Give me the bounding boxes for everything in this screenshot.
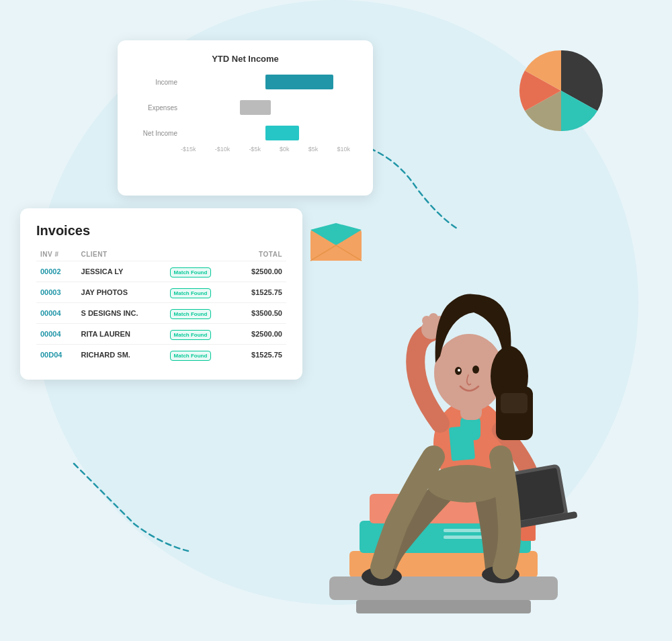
chart-title: YTD Net Income <box>134 54 357 64</box>
ytd-chart-card: YTD Net Income Income Expenses Net Incom… <box>118 40 373 196</box>
inv-client-0: JESSICA LY <box>77 261 166 282</box>
inv-badge-cell-3: Match Found <box>166 324 234 345</box>
envelope-container <box>309 222 363 262</box>
seated-area <box>427 465 507 503</box>
income-bar <box>265 75 333 89</box>
inv-badge-3: Match Found <box>170 330 212 340</box>
inv-total-0: $2500.00 <box>233 261 286 282</box>
inv-badge-1: Match Found <box>170 288 212 298</box>
table-row: 00004 RITA LAUREN Match Found $2500.00 <box>36 324 286 345</box>
col-client: CLIENT <box>77 248 166 261</box>
net-income-bar-row: Net Income <box>181 126 350 140</box>
pie-chart-container <box>517 47 605 134</box>
invoices-title: Invoices <box>36 223 286 239</box>
table-header-row: INV # CLIENT TOTAL <box>36 248 286 261</box>
net-income-track <box>181 126 350 140</box>
x-label-1: -$10k <box>215 146 230 153</box>
inv-number-2: 00004 <box>36 303 77 324</box>
col-total: TOTAL <box>233 248 286 261</box>
green-folder <box>449 425 475 461</box>
right-eye <box>472 366 479 374</box>
chart-bars: Income Expenses Net Income <box>134 75 357 140</box>
income-track <box>181 75 350 89</box>
inv-client-4: RICHARD SM. <box>77 345 166 366</box>
expenses-label: Expenses <box>134 104 177 112</box>
inv-total-3: $2500.00 <box>233 324 286 345</box>
col-inv-num: INV # <box>36 248 77 261</box>
invoice-table: INV # CLIENT TOTAL 00002 JESSICA LY Matc… <box>36 248 286 365</box>
inv-badge-0: Match Found <box>170 267 212 277</box>
dashed-line-2 <box>67 457 202 558</box>
net-income-label: Net Income <box>134 130 177 137</box>
inv-number-3: 00004 <box>36 324 77 345</box>
x-label-3: $0k <box>280 146 290 153</box>
col-badge <box>166 248 234 261</box>
inv-client-2: S DESIGNS INC. <box>77 303 166 324</box>
left-eye-white <box>458 369 460 372</box>
x-label-4: $5k <box>308 146 319 153</box>
inv-badge-cell-1: Match Found <box>166 282 234 303</box>
income-bar-row: Income <box>181 75 350 89</box>
x-label-0: -$15k <box>181 146 196 153</box>
x-label-2: -$5k <box>249 146 261 153</box>
table-row: 00004 S DESIGNS INC. Match Found $3500.5… <box>36 303 286 324</box>
x-label-5: $10k <box>337 146 350 153</box>
expenses-track <box>181 100 350 115</box>
expenses-bar-row: Expenses <box>181 100 350 115</box>
table-row: 00003 JAY PHOTOS Match Found $1525.75 <box>36 282 286 303</box>
inv-badge-4: Match Found <box>170 351 212 361</box>
pie-chart-svg <box>517 47 605 134</box>
income-label: Income <box>134 79 177 86</box>
inv-badge-cell-2: Match Found <box>166 303 234 324</box>
inv-number-1: 00003 <box>36 282 77 303</box>
x-axis: -$15k -$10k -$5k $0k $5k $10k <box>134 146 357 153</box>
inv-badge-2: Match Found <box>170 309 212 319</box>
inv-badge-cell-4: Match Found <box>166 345 234 366</box>
svg-rect-1 <box>444 536 484 539</box>
invoices-card: Invoices INV # CLIENT TOTAL 00002 JESSIC… <box>20 208 302 380</box>
right-pants <box>501 457 509 568</box>
table-row: 00D04 RICHARD SM. Match Found $1525.75 <box>36 345 286 366</box>
envelope-svg <box>309 222 363 262</box>
table-row: 00002 JESSICA LY Match Found $2500.00 <box>36 261 286 282</box>
inv-client-3: RITA LAUREN <box>77 324 166 345</box>
base-step <box>356 600 531 613</box>
inv-number-0: 00002 <box>36 261 77 282</box>
inv-number-4: 00D04 <box>36 345 77 366</box>
inv-badge-cell-0: Match Found <box>166 261 234 282</box>
backpack-pocket <box>501 393 528 413</box>
inv-total-2: $3500.50 <box>233 303 286 324</box>
inv-client-1: JAY PHOTOS <box>77 282 166 303</box>
expenses-bar <box>240 100 270 115</box>
inv-total-1: $1525.75 <box>233 282 286 303</box>
inv-total-4: $1525.75 <box>233 345 286 366</box>
net-income-bar <box>265 126 299 140</box>
chart-area: Income Expenses Net Income <box>134 75 357 182</box>
